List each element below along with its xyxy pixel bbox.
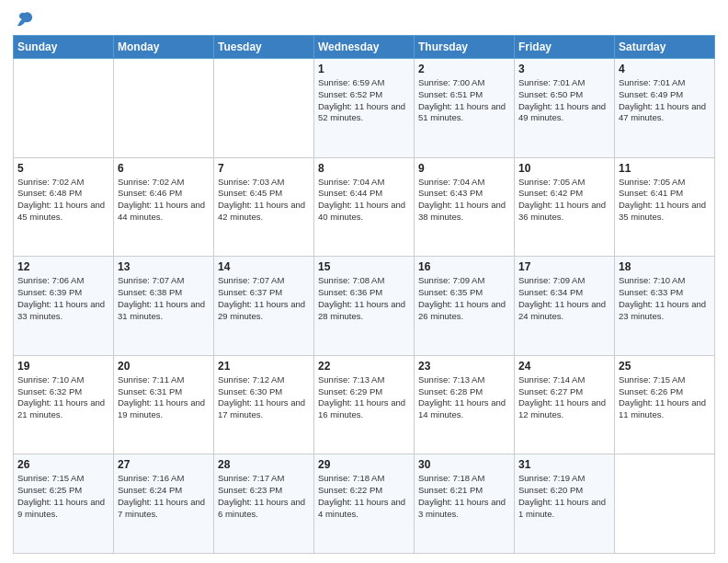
- empty-cell: [114, 59, 214, 158]
- day-info: Sunrise: 7:11 AM Sunset: 6:31 PM Dayligh…: [118, 374, 210, 421]
- day-number: 26: [17, 458, 109, 471]
- day-cell-13: 13Sunrise: 7:07 AM Sunset: 6:38 PM Dayli…: [114, 257, 214, 356]
- day-info: Sunrise: 7:18 AM Sunset: 6:21 PM Dayligh…: [418, 473, 510, 520]
- day-number: 14: [218, 260, 310, 273]
- day-info: Sunrise: 7:05 AM Sunset: 6:41 PM Dayligh…: [619, 177, 711, 224]
- week-row-4: 19Sunrise: 7:10 AM Sunset: 6:32 PM Dayli…: [14, 355, 715, 454]
- day-number: 5: [17, 162, 109, 175]
- page: SundayMondayTuesdayWednesdayThursdayFrid…: [0, 0, 728, 563]
- day-number: 7: [218, 162, 310, 175]
- day-cell-20: 20Sunrise: 7:11 AM Sunset: 6:31 PM Dayli…: [114, 355, 214, 454]
- day-info: Sunrise: 7:07 AM Sunset: 6:37 PM Dayligh…: [218, 275, 310, 322]
- day-info: Sunrise: 7:13 AM Sunset: 6:28 PM Dayligh…: [418, 374, 510, 421]
- day-number: 6: [118, 162, 210, 175]
- logo-bird-icon: [15, 9, 35, 29]
- day-number: 21: [218, 360, 310, 373]
- day-cell-22: 22Sunrise: 7:13 AM Sunset: 6:29 PM Dayli…: [314, 355, 415, 454]
- day-cell-1: 1Sunrise: 6:59 AM Sunset: 6:52 PM Daylig…: [314, 59, 415, 158]
- day-cell-17: 17Sunrise: 7:09 AM Sunset: 6:34 PM Dayli…: [515, 257, 615, 356]
- day-info: Sunrise: 7:17 AM Sunset: 6:23 PM Dayligh…: [218, 473, 310, 520]
- day-info: Sunrise: 7:08 AM Sunset: 6:36 PM Dayligh…: [318, 275, 410, 322]
- day-number: 30: [418, 458, 510, 471]
- day-number: 20: [118, 360, 210, 373]
- day-info: Sunrise: 7:10 AM Sunset: 6:32 PM Dayligh…: [17, 374, 109, 421]
- logo: [13, 9, 35, 29]
- day-cell-18: 18Sunrise: 7:10 AM Sunset: 6:33 PM Dayli…: [615, 257, 715, 356]
- day-cell-9: 9Sunrise: 7:04 AM Sunset: 6:43 PM Daylig…: [415, 157, 515, 257]
- day-info: Sunrise: 7:18 AM Sunset: 6:22 PM Dayligh…: [318, 473, 410, 520]
- day-info: Sunrise: 7:03 AM Sunset: 6:45 PM Dayligh…: [218, 177, 310, 224]
- day-number: 18: [619, 260, 711, 273]
- day-info: Sunrise: 7:04 AM Sunset: 6:44 PM Dayligh…: [318, 177, 410, 224]
- day-number: 9: [418, 162, 510, 175]
- day-cell-27: 27Sunrise: 7:16 AM Sunset: 6:24 PM Dayli…: [114, 454, 214, 554]
- day-cell-12: 12Sunrise: 7:06 AM Sunset: 6:39 PM Dayli…: [14, 257, 114, 356]
- day-cell-5: 5Sunrise: 7:02 AM Sunset: 6:48 PM Daylig…: [14, 157, 114, 257]
- day-cell-11: 11Sunrise: 7:05 AM Sunset: 6:41 PM Dayli…: [615, 157, 715, 257]
- day-number: 15: [318, 260, 410, 273]
- day-info: Sunrise: 7:15 AM Sunset: 6:26 PM Dayligh…: [619, 374, 711, 421]
- day-number: 19: [17, 360, 109, 373]
- day-number: 11: [619, 162, 711, 175]
- day-info: Sunrise: 7:14 AM Sunset: 6:27 PM Dayligh…: [518, 374, 610, 421]
- day-cell-14: 14Sunrise: 7:07 AM Sunset: 6:37 PM Dayli…: [214, 257, 314, 356]
- weekday-header-wednesday: Wednesday: [314, 36, 415, 59]
- day-number: 16: [418, 260, 510, 273]
- day-number: 3: [518, 63, 610, 75]
- day-cell-24: 24Sunrise: 7:14 AM Sunset: 6:27 PM Dayli…: [515, 355, 615, 454]
- day-number: 12: [17, 260, 109, 273]
- day-info: Sunrise: 7:05 AM Sunset: 6:42 PM Dayligh…: [518, 177, 610, 224]
- day-number: 17: [518, 260, 610, 273]
- day-cell-15: 15Sunrise: 7:08 AM Sunset: 6:36 PM Dayli…: [314, 257, 415, 356]
- day-number: 27: [118, 458, 210, 471]
- day-cell-7: 7Sunrise: 7:03 AM Sunset: 6:45 PM Daylig…: [214, 157, 314, 257]
- day-info: Sunrise: 7:12 AM Sunset: 6:30 PM Dayligh…: [218, 374, 310, 421]
- day-info: Sunrise: 7:09 AM Sunset: 6:35 PM Dayligh…: [418, 275, 510, 322]
- weekday-header-monday: Monday: [114, 36, 214, 59]
- day-cell-16: 16Sunrise: 7:09 AM Sunset: 6:35 PM Dayli…: [415, 257, 515, 356]
- day-cell-29: 29Sunrise: 7:18 AM Sunset: 6:22 PM Dayli…: [314, 454, 415, 554]
- day-info: Sunrise: 7:16 AM Sunset: 6:24 PM Dayligh…: [118, 473, 210, 520]
- day-number: 29: [318, 458, 410, 471]
- day-number: 31: [518, 458, 610, 471]
- empty-cell: [615, 454, 715, 554]
- day-number: 8: [318, 162, 410, 175]
- day-info: Sunrise: 7:04 AM Sunset: 6:43 PM Dayligh…: [418, 177, 510, 224]
- day-number: 2: [418, 63, 510, 75]
- empty-cell: [14, 59, 114, 158]
- day-number: 4: [619, 63, 711, 75]
- day-cell-25: 25Sunrise: 7:15 AM Sunset: 6:26 PM Dayli…: [615, 355, 715, 454]
- day-cell-3: 3Sunrise: 7:01 AM Sunset: 6:50 PM Daylig…: [515, 59, 615, 158]
- day-number: 28: [218, 458, 310, 471]
- empty-cell: [214, 59, 314, 158]
- week-row-3: 12Sunrise: 7:06 AM Sunset: 6:39 PM Dayli…: [14, 257, 715, 356]
- weekday-header-friday: Friday: [515, 36, 615, 59]
- day-info: Sunrise: 7:06 AM Sunset: 6:39 PM Dayligh…: [17, 275, 109, 322]
- day-info: Sunrise: 7:15 AM Sunset: 6:25 PM Dayligh…: [17, 473, 109, 520]
- header: [13, 9, 715, 29]
- weekday-header-sunday: Sunday: [14, 36, 114, 59]
- week-row-5: 26Sunrise: 7:15 AM Sunset: 6:25 PM Dayli…: [14, 454, 715, 554]
- day-number: 13: [118, 260, 210, 273]
- day-info: Sunrise: 7:07 AM Sunset: 6:38 PM Dayligh…: [118, 275, 210, 322]
- day-info: Sunrise: 7:02 AM Sunset: 6:48 PM Dayligh…: [17, 177, 109, 224]
- day-cell-8: 8Sunrise: 7:04 AM Sunset: 6:44 PM Daylig…: [314, 157, 415, 257]
- calendar-table: SundayMondayTuesdayWednesdayThursdayFrid…: [13, 35, 715, 554]
- day-info: Sunrise: 7:09 AM Sunset: 6:34 PM Dayligh…: [518, 275, 610, 322]
- day-number: 25: [619, 360, 711, 373]
- weekday-header-row: SundayMondayTuesdayWednesdayThursdayFrid…: [14, 36, 715, 59]
- day-cell-21: 21Sunrise: 7:12 AM Sunset: 6:30 PM Dayli…: [214, 355, 314, 454]
- day-number: 1: [318, 63, 410, 75]
- day-info: Sunrise: 7:02 AM Sunset: 6:46 PM Dayligh…: [118, 177, 210, 224]
- week-row-1: 1Sunrise: 6:59 AM Sunset: 6:52 PM Daylig…: [14, 59, 715, 158]
- day-cell-26: 26Sunrise: 7:15 AM Sunset: 6:25 PM Dayli…: [14, 454, 114, 554]
- weekday-header-saturday: Saturday: [615, 36, 715, 59]
- day-cell-31: 31Sunrise: 7:19 AM Sunset: 6:20 PM Dayli…: [515, 454, 615, 554]
- day-cell-10: 10Sunrise: 7:05 AM Sunset: 6:42 PM Dayli…: [515, 157, 615, 257]
- day-cell-2: 2Sunrise: 7:00 AM Sunset: 6:51 PM Daylig…: [415, 59, 515, 158]
- day-cell-30: 30Sunrise: 7:18 AM Sunset: 6:21 PM Dayli…: [415, 454, 515, 554]
- day-number: 22: [318, 360, 410, 373]
- week-row-2: 5Sunrise: 7:02 AM Sunset: 6:48 PM Daylig…: [14, 157, 715, 257]
- day-info: Sunrise: 7:01 AM Sunset: 6:50 PM Dayligh…: [518, 77, 610, 124]
- day-cell-4: 4Sunrise: 7:01 AM Sunset: 6:49 PM Daylig…: [615, 59, 715, 158]
